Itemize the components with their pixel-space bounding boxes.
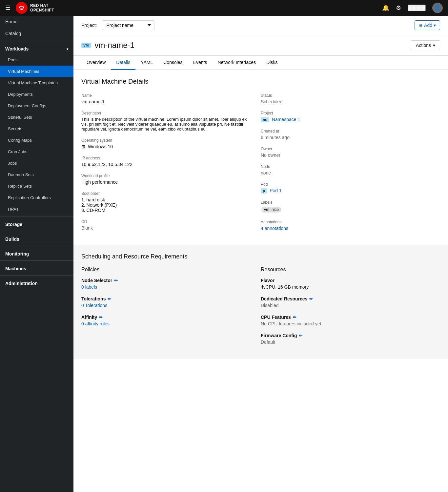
- detail-ip-label: IP address: [81, 156, 253, 160]
- sidebar-builds-header[interactable]: Builds: [0, 233, 73, 244]
- windows-icon: ⊞: [81, 144, 85, 149]
- user-avatar[interactable]: 👤: [432, 3, 443, 13]
- admin-button[interactable]: Admin ▾: [408, 5, 426, 11]
- node-selector-label: Node Selector ✏: [81, 278, 261, 283]
- tolerations-value[interactable]: 0 Tolerations: [81, 303, 261, 308]
- project-bar: Project: Project name ⊕ Add ▾: [73, 16, 448, 35]
- sidebar-divider-2: [0, 216, 73, 216]
- logo: RED HAT OPENSHIFT: [16, 2, 54, 14]
- project-select[interactable]: Project name: [102, 20, 154, 30]
- tab-details[interactable]: Details: [111, 56, 135, 70]
- add-icon: ⊕: [419, 23, 423, 28]
- add-button[interactable]: ⊕ Add ▾: [415, 20, 440, 30]
- detail-created-label: Created at: [261, 129, 432, 133]
- node-selector-edit-icon[interactable]: ✏: [114, 278, 118, 283]
- detail-name-label: Name: [81, 93, 253, 98]
- namespace-link[interactable]: Namespace 1: [272, 117, 300, 122]
- policies-header: Policies: [81, 267, 261, 273]
- detail-pod-field: Pod p Pod 1: [261, 182, 440, 194]
- resources-col: Resources Flavor 4vCPU, 16 GB memory Ded…: [261, 267, 440, 351]
- sidebar-divider-5: [0, 260, 73, 261]
- detail-description-label: Description: [81, 111, 253, 115]
- sidebar-item-hpas[interactable]: HPAs: [0, 203, 73, 215]
- sidebar-item-pods[interactable]: Pods: [0, 54, 73, 66]
- affinity-value[interactable]: 0 affinity rules: [81, 321, 261, 326]
- hamburger-menu[interactable]: ☰: [5, 4, 10, 11]
- detail-labels-value: vm=nice: [261, 206, 432, 213]
- tab-events[interactable]: Events: [188, 56, 213, 70]
- sidebar-workloads-header[interactable]: Workloads ▾: [0, 42, 73, 54]
- detail-cd-label: CD: [81, 219, 253, 224]
- tab-consoles[interactable]: Consoles: [158, 56, 188, 70]
- vm-type-badge: VM: [81, 43, 91, 48]
- project-label: Project:: [81, 23, 97, 28]
- sidebar-divider-6: [0, 275, 73, 276]
- detail-boot-value: 1. hard disk 2. Network (PXE) 3. CD-ROM: [81, 197, 253, 213]
- dedicated-resources-edit-icon[interactable]: ✏: [309, 297, 313, 301]
- workloads-chevron-icon: ▾: [67, 47, 68, 51]
- sidebar-item-replica-sets[interactable]: Replica Sets: [0, 180, 73, 192]
- sidebar-item-virtual-machines[interactable]: Virtual Machines: [0, 66, 73, 77]
- actions-button[interactable]: Actions ▾: [411, 40, 440, 50]
- sidebar-item-deployment-configs[interactable]: Deployment Configs: [0, 100, 73, 112]
- tab-overview[interactable]: Overview: [81, 56, 111, 70]
- firmware-config-value: Default: [261, 339, 440, 345]
- node-selector-value[interactable]: 0 labels: [81, 284, 261, 290]
- nav-actions: 🔔 ⚙ Admin ▾ 👤: [382, 3, 443, 13]
- detail-os-label: Operating system: [81, 138, 253, 143]
- affinity-edit-icon[interactable]: ✏: [99, 315, 103, 320]
- sidebar-item-secrets[interactable]: Secrets: [0, 123, 73, 134]
- detail-cd-field: CD Blank: [81, 219, 261, 231]
- logo-line2: OPENSHIFT: [30, 8, 54, 12]
- cpu-features-value: No CPU features included yet: [261, 321, 440, 326]
- main-content: Project: Project name ⊕ Add ▾ VM vm-name…: [73, 16, 448, 492]
- bell-icon[interactable]: 🔔: [382, 4, 389, 11]
- sidebar-item-virtual-machine-templates[interactable]: Virtual Machine Templates: [0, 77, 73, 89]
- detail-status-label: Status: [261, 93, 432, 98]
- vm-name-title: vm-name-1: [95, 41, 134, 50]
- sidebar-monitoring-header[interactable]: Monitoring: [0, 247, 73, 259]
- cpu-features-edit-icon[interactable]: ✏: [293, 315, 296, 320]
- tab-disks[interactable]: Disks: [261, 56, 283, 70]
- detail-annotations-value: 4 annotations: [261, 226, 432, 231]
- sidebar-item-replication-controllers[interactable]: Replication Controllers: [0, 192, 73, 203]
- sidebar-administration-header[interactable]: Administration: [0, 277, 73, 289]
- detail-node-value: none: [261, 170, 432, 175]
- firmware-config-field: Firmware Config ✏ Default: [261, 333, 440, 345]
- detail-workload-label: Workload profile: [81, 174, 253, 178]
- detail-project-value: ns Namespace 1: [261, 117, 432, 122]
- sidebar-item-jobs[interactable]: Jobs: [0, 157, 73, 169]
- sidebar-item-stateful-sets[interactable]: Stateful Sets: [0, 112, 73, 123]
- label-chip[interactable]: vm=nice: [261, 207, 281, 213]
- pod-link[interactable]: Pod 1: [270, 188, 282, 193]
- annotations-link[interactable]: 4 annotations: [261, 226, 288, 231]
- details-grid: Name vm-name-1 Description This is the d…: [81, 93, 440, 237]
- detail-labels-label: Labels: [261, 200, 432, 205]
- tolerations-edit-icon[interactable]: ✏: [108, 297, 111, 301]
- sidebar-item-home[interactable]: Home: [0, 16, 73, 28]
- flavor-field: Flavor 4vCPU, 16 GB memory: [261, 278, 440, 290]
- flavor-label: Flavor: [261, 278, 440, 283]
- sidebar-item-catalog[interactable]: Catalog: [0, 28, 73, 39]
- sidebar-divider-4: [0, 246, 73, 246]
- resources-header: Resources: [261, 267, 440, 273]
- cpu-features-label: CPU Features ✏: [261, 315, 440, 320]
- node-selector-field: Node Selector ✏ 0 labels: [81, 278, 261, 290]
- sidebar-divider-3: [0, 231, 73, 231]
- add-chevron-icon: ▾: [434, 23, 436, 28]
- sidebar-item-config-maps[interactable]: Config Maps: [0, 134, 73, 146]
- detail-annotations-field: Annotations 4 annotations: [261, 220, 440, 231]
- tolerations-field: Tolerations ✏ 0 Tolerations: [81, 296, 261, 308]
- sidebar-item-daemon-sets[interactable]: Daemon Sets: [0, 169, 73, 180]
- gear-icon[interactable]: ⚙: [396, 4, 401, 11]
- detail-node-field: Node none: [261, 164, 440, 175]
- sidebar-storage-header[interactable]: Storage: [0, 218, 73, 230]
- sidebar-machines-header[interactable]: Machines: [0, 262, 73, 274]
- sidebar-item-deployments[interactable]: Deployments: [0, 89, 73, 100]
- detail-boot-label: Boot order: [81, 191, 253, 196]
- sidebar-divider: [0, 41, 73, 41]
- tab-yaml[interactable]: YAML: [135, 56, 158, 70]
- firmware-config-edit-icon[interactable]: ✏: [299, 333, 302, 338]
- sidebar-item-cron-jobs[interactable]: Cron Jobs: [0, 146, 73, 157]
- tab-network-interfaces[interactable]: Network Interfaces: [212, 56, 261, 70]
